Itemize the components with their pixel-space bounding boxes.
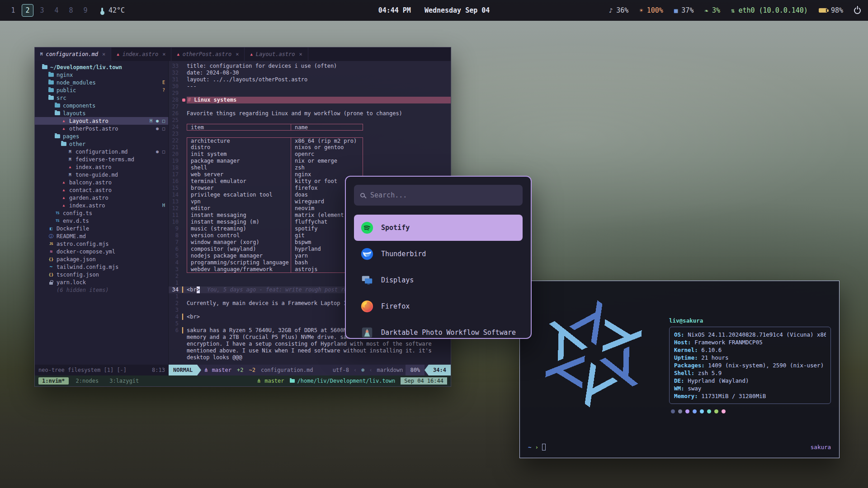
line-text: --- [187,83,197,90]
bar-module-value: 36% [616,6,628,14]
table-cell-item: instant messaging [187,212,291,219]
tree-item[interactable]: otherPost.astro ● □ [35,125,168,132]
fastfetch-info: liv@sakura OSNixOS 24.11.20240828.71e91c… [669,317,831,421]
table-cell-item: terminal emulator [187,178,291,185]
tab-index-astro[interactable]: index.astro × [111,47,171,61]
bar-module[interactable]: 100% [639,6,663,14]
workspace-button[interactable]: 9 [80,4,91,17]
tree-item[interactable]: (6 hidden items) [35,286,168,294]
close-icon[interactable]: × [162,51,165,57]
workspace-button[interactable]: 8 [65,4,77,17]
tree-item[interactable]: docker-compose.yml [35,248,168,255]
tree-item-label: balcony.astro [69,179,112,186]
bar-module[interactable]: 37% [674,6,694,14]
tree-item[interactable]: Layout.astro H ● □ [35,117,168,125]
shell-prompt[interactable]: ~ › sakura [528,444,831,450]
tree-item[interactable]: configuration.md ● □ [35,148,168,155]
tree-item[interactable]: fediverse-terms.md [35,155,168,163]
tree-item-label: nginx [57,72,73,78]
spotify-icon [360,221,374,235]
launcher-item-spotify[interactable]: Spotify [354,215,523,241]
nixos-logo [528,288,659,421]
bar-module[interactable]: 98% [819,6,843,14]
tree-item[interactable]: yarn.lock [35,278,168,286]
tree-item[interactable]: public ? [35,86,168,94]
git-sign: ▎ [182,314,187,320]
tmux-window[interactable]: 2:nodes [72,377,103,385]
launcher-item-firefox[interactable]: Firefox [354,293,523,319]
workspace-button[interactable]: 2 [22,4,33,17]
bar-module[interactable]: eth0 (10.0.0.140) [731,6,808,14]
bar-module[interactable]: 3% [704,6,720,14]
sign-column [182,151,187,158]
tmux-window[interactable]: 1:nvim* [38,377,69,385]
sign-column [182,144,187,151]
tree-item[interactable]: package.json [35,255,168,263]
tree-item[interactable]: balcony.astro [35,178,168,186]
clock: 04:44 PM Wednesday Sep 04 [378,6,490,14]
workspace-button[interactable]: 4 [51,4,62,17]
workspace-button[interactable]: 1 [7,4,19,17]
tree-item[interactable]: index.astro H [35,202,168,209]
tree-item[interactable]: contact.astro [35,186,168,194]
tree-item-label: layouts [63,110,86,117]
search-icon [360,193,365,197]
sign-column [182,232,187,239]
close-icon[interactable]: × [236,51,239,57]
tree-item[interactable]: astro.config.mjs [35,240,168,248]
close-icon[interactable]: × [102,51,105,57]
bar-module[interactable]: 36% [609,6,629,14]
power-button[interactable] [854,7,861,14]
bar-module-icon [609,7,613,14]
tree-item[interactable]: Dockerfile [35,225,168,232]
tree-item[interactable]: nginx [35,71,168,79]
tree-item[interactable]: garden.astro [35,194,168,202]
tree-item[interactable]: README.md [35,232,168,240]
line-text: title: configuration for devices i use (… [187,63,337,70]
launcher-item-label: Darktable Photo Workflow Software [381,328,516,337]
file-icon [55,103,60,108]
tree-item-label: tone-guide.md [75,172,118,178]
heading-sign-icon [182,97,187,103]
launcher-item-thunderbird[interactable]: Thunderbird [354,241,523,267]
tmux-window[interactable]: 3:lazygit [106,377,142,385]
workspace-button[interactable]: 3 [36,4,48,17]
tab-layout-astro[interactable]: Layout.astro × [245,47,308,61]
launcher-item-displays[interactable]: Displays [354,267,523,293]
tree-item[interactable]: other [35,140,168,148]
tree-item[interactable]: pages [35,132,168,140]
tree-item[interactable]: index.astro [35,163,168,171]
table-cell-name: nix or emerge [291,158,363,164]
table-row: 19 package manager nix or emerge [169,158,451,164]
line-number: 6 [169,327,182,361]
close-icon[interactable]: × [299,51,302,57]
file-icon [48,287,54,293]
tree-item[interactable]: components [35,102,168,109]
launcher-item-darktable[interactable]: Darktable Photo Workflow Software [354,319,523,339]
tab-otherpost-astro[interactable]: otherPost.astro × [171,47,245,61]
bar-module-icon [819,8,827,13]
tree-item[interactable]: layouts [35,109,168,117]
search-box[interactable] [354,185,523,206]
table-cell-name: nixos or gentoo [291,144,363,151]
heading-text: Linux systems [194,97,236,103]
tree-item[interactable]: ~/Development/liv.town [35,63,168,71]
line-number: 4 [169,314,182,320]
tree-item[interactable]: tsconfig.json [35,271,168,278]
tree-item[interactable]: node_modules E [35,79,168,86]
file-icon [61,118,67,124]
tree-item[interactable]: tailwind.config.mjs [35,263,168,271]
file-icon [67,156,73,163]
line-number: 15 [169,185,182,192]
tree-item[interactable]: src [35,94,168,102]
file-icon [55,134,60,138]
line-number: 14 [169,192,182,198]
bar-module-value: 98% [831,6,843,14]
search-input[interactable] [370,191,516,199]
tree-item[interactable]: config.ts [35,209,168,217]
sign-column [182,164,187,171]
line-number: 4 [169,259,182,266]
tab-configuration-md[interactable]: configuration.md × [35,47,111,61]
tree-item[interactable]: tone-guide.md [35,171,168,178]
tree-item[interactable]: env.d.ts [35,217,168,225]
